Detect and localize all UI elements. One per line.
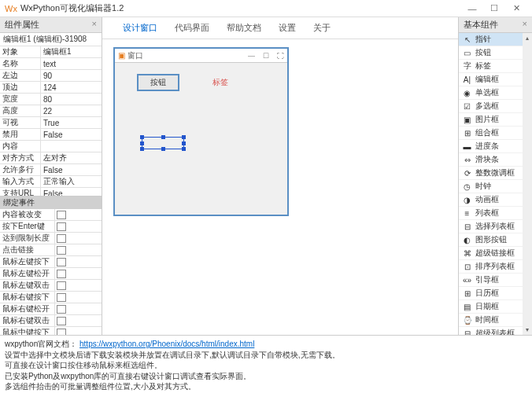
prop-value[interactable]: False xyxy=(41,189,102,197)
design-window[interactable]: ▣ 窗口 —☐⛶ 按钮 标签 xyxy=(113,47,289,216)
component-icon: ▬ xyxy=(462,141,472,151)
event-row[interactable]: 鼠标左键按下 xyxy=(0,256,102,268)
component-item[interactable]: ▬进度条 xyxy=(459,140,523,153)
canvas-win-controls: —☐⛶ xyxy=(248,52,284,60)
event-checkbox[interactable] xyxy=(57,222,66,231)
event-row[interactable]: 鼠标右键双击 xyxy=(0,315,102,327)
event-row[interactable]: 按下Enter键 xyxy=(0,221,102,233)
scrollbar[interactable]: ▴▾ xyxy=(523,33,532,335)
panel-close-icon[interactable]: × xyxy=(523,19,527,31)
event-checkbox[interactable] xyxy=(57,258,66,266)
component-item[interactable]: ⊟选择列表框 xyxy=(459,220,523,233)
component-item[interactable]: ↖指针 xyxy=(459,33,523,46)
event-checkbox[interactable] xyxy=(57,234,66,243)
property-row[interactable]: 内容 xyxy=(0,141,102,152)
component-item[interactable]: ⊡排序列表框 xyxy=(459,260,523,274)
event-checkbox[interactable] xyxy=(57,317,66,325)
component-item[interactable]: A|编辑框 xyxy=(459,73,523,86)
prop-value[interactable]: text xyxy=(41,60,102,68)
prop-value[interactable]: 90 xyxy=(41,72,102,80)
close-button[interactable]: ✕ xyxy=(505,3,527,13)
event-checkbox[interactable] xyxy=(57,329,66,336)
minimize-button[interactable]: — xyxy=(461,4,483,13)
component-item[interactable]: ⊞组合框 xyxy=(459,127,523,140)
maximize-button[interactable]: ☐ xyxy=(483,3,505,13)
property-row[interactable]: 高度22 xyxy=(0,105,102,117)
components-title: 基本组件 xyxy=(464,19,498,31)
property-row[interactable]: 支持URLFalse xyxy=(0,188,102,196)
component-item[interactable]: ☑多选框 xyxy=(459,100,523,113)
component-item[interactable]: ◉单选框 xyxy=(459,86,523,100)
event-row[interactable]: 鼠标右键按下 xyxy=(0,292,102,303)
event-row[interactable]: 点击链接 xyxy=(0,244,102,256)
prop-value[interactable]: 正常输入 xyxy=(41,176,102,187)
property-row[interactable]: 对象编辑框1 xyxy=(0,46,102,58)
property-row[interactable]: 允许多行False xyxy=(0,164,102,176)
component-list[interactable]: ↖指针▭按钮字标签A|编辑框◉单选框☑多选框▣图片框⊞组合框▬进度条⇔滑块条⟳整… xyxy=(459,33,523,335)
component-icon: ⊡ xyxy=(462,262,472,271)
event-row[interactable]: 内容被改变 xyxy=(0,209,102,221)
property-row[interactable]: 顶边124 xyxy=(0,82,102,94)
component-item[interactable]: ⊞日历框 xyxy=(459,287,523,300)
component-item[interactable]: ⌘超级链接框 xyxy=(459,247,523,260)
prop-key: 禁用 xyxy=(0,129,41,140)
event-row[interactable]: 鼠标中键按下 xyxy=(0,327,102,335)
panel-close-icon[interactable]: × xyxy=(92,19,97,31)
component-item[interactable]: ≡列表框 xyxy=(459,207,523,220)
prop-value[interactable]: True xyxy=(41,119,102,127)
tab-2[interactable]: 帮助文档 xyxy=(227,20,261,35)
component-label: 进度条 xyxy=(475,141,499,152)
component-label: 排序列表框 xyxy=(475,261,515,272)
property-row[interactable]: 左边90 xyxy=(0,70,102,82)
component-item[interactable]: ▭按钮 xyxy=(459,46,523,60)
prop-value[interactable]: 左对齐 xyxy=(41,152,102,163)
editbox-widget-selected[interactable] xyxy=(142,137,184,149)
prop-value[interactable]: 编辑框1 xyxy=(41,46,102,57)
event-row[interactable]: 鼠标右键松开 xyxy=(0,303,102,315)
component-item[interactable]: ▤日期框 xyxy=(459,300,523,314)
property-row[interactable]: 可视True xyxy=(0,117,102,129)
component-item[interactable]: ◐图形按钮 xyxy=(459,233,523,247)
component-item[interactable]: 字标签 xyxy=(459,60,523,73)
tab-4[interactable]: 关于 xyxy=(313,20,331,35)
event-grid[interactable]: 内容被改变按下Enter键达到限制长度点击链接鼠标左键按下鼠标左键松开鼠标左键双… xyxy=(0,209,102,335)
property-row[interactable]: 对齐方式左对齐 xyxy=(0,152,102,164)
prop-value[interactable]: 124 xyxy=(41,83,102,92)
property-row[interactable]: 宽度80 xyxy=(0,94,102,105)
prop-value[interactable]: 22 xyxy=(41,107,102,116)
component-item[interactable]: ▣图片框 xyxy=(459,113,523,127)
tab-3[interactable]: 设置 xyxy=(279,20,296,35)
event-checkbox[interactable] xyxy=(57,305,66,314)
component-item[interactable]: ⟳整数微调框 xyxy=(459,167,523,180)
event-checkbox[interactable] xyxy=(57,293,66,302)
component-item[interactable]: ⌚时间框 xyxy=(459,314,523,327)
event-checkbox[interactable] xyxy=(57,270,66,278)
event-checkbox[interactable] xyxy=(57,281,66,290)
button-widget[interactable]: 按钮 xyxy=(137,74,179,91)
component-item[interactable]: ⊟超级列表框 xyxy=(459,327,523,335)
property-row[interactable]: 输入方式正常输入 xyxy=(0,176,102,188)
component-item[interactable]: ◷时钟 xyxy=(459,180,523,193)
prop-value[interactable]: 80 xyxy=(41,95,102,104)
component-label: 按钮 xyxy=(475,47,491,58)
property-grid[interactable]: 对象编辑框1名称text左边90顶边124宽度80高度22可视True禁用Fal… xyxy=(0,46,102,196)
component-item[interactable]: «»引导框 xyxy=(459,274,523,287)
property-row[interactable]: 禁用False xyxy=(0,129,102,141)
event-row[interactable]: 鼠标左键松开 xyxy=(0,268,102,280)
event-checkbox[interactable] xyxy=(57,211,66,219)
prop-value[interactable]: False xyxy=(41,166,102,174)
tab-1[interactable]: 代码界面 xyxy=(175,20,209,35)
event-row[interactable]: 达到限制长度 xyxy=(0,233,102,244)
component-icon: ☑ xyxy=(462,101,472,111)
label-widget[interactable]: 标签 xyxy=(212,77,228,88)
event-checkbox[interactable] xyxy=(57,246,66,255)
component-item[interactable]: ◑动画框 xyxy=(459,193,523,207)
tab-0[interactable]: 设计窗口 xyxy=(123,20,157,35)
component-item[interactable]: ⇔滑块条 xyxy=(459,153,523,167)
prop-value[interactable]: False xyxy=(41,130,102,139)
event-row[interactable]: 鼠标左键双击 xyxy=(0,280,102,292)
property-row[interactable]: 名称text xyxy=(0,58,102,70)
doc-link[interactable]: https://wxpython.org/Phoenix/docs/html/i… xyxy=(79,340,254,348)
prop-key: 名称 xyxy=(0,58,41,69)
component-label: 指针 xyxy=(475,34,491,45)
